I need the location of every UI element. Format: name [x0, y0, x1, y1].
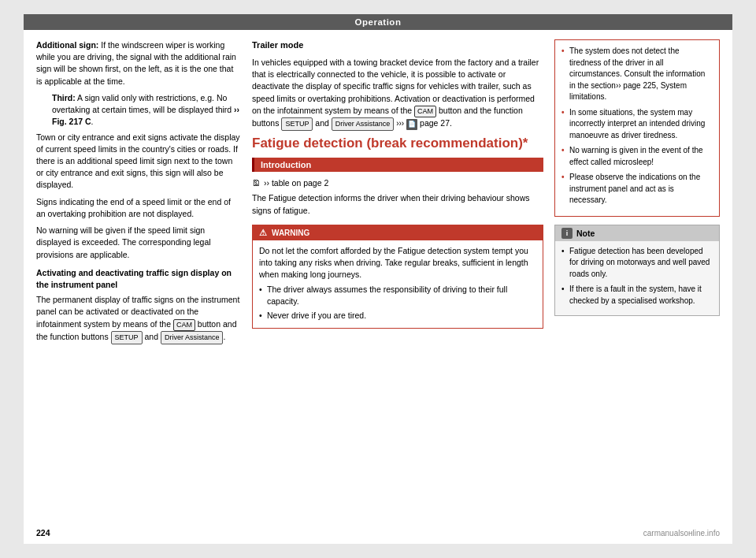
page: Operation Additional sign: If the windsc… — [24, 14, 732, 544]
table-ref: 🖻 ›› table on page 2 — [252, 178, 543, 188]
left-column: Additional sign: If the windscreen wiper… — [36, 39, 241, 533]
table-ref-text: ›› table on page 2 — [264, 178, 328, 188]
red-box: The system does not detect the tiredness… — [554, 39, 720, 217]
driver-assist-mid-btn: Driver Assistance — [332, 117, 395, 131]
note-bullets: Fatigue detection has been developed for… — [561, 246, 713, 307]
warning-box: WARNING Do not let the comfort afforded … — [252, 225, 543, 329]
activating-heading: Activating and deactivating traffic sign… — [36, 267, 241, 291]
cam-mid-btn: CAM — [414, 106, 436, 117]
trailer-mode-text: In vehicles equipped with a towing brack… — [252, 57, 543, 131]
page-number: 224 — [36, 528, 50, 538]
note-box: i Note Fatigue detection has been develo… — [554, 225, 720, 317]
warning-header: WARNING — [253, 225, 543, 240]
setup-button-ref: SETUP — [111, 331, 143, 344]
signs-end-para: Signs indicating the end of a speed limi… — [36, 196, 241, 220]
red-bullet-3: No warning is given in the event of the … — [561, 145, 713, 168]
red-bullet-1: The system does not detect the tiredness… — [561, 46, 713, 103]
driver-assist-button-ref: Driver Assistance — [161, 331, 224, 344]
note-body: Fatigue detection has been developed for… — [555, 241, 719, 316]
additional-sign-para: Additional sign: If the windscreen wiper… — [36, 39, 241, 87]
content-area: Additional sign: If the windscreen wiper… — [24, 30, 732, 539]
third-para: Third: A sign valid only with restrictio… — [36, 92, 241, 128]
warning-bullet-2: Never drive if you are tired. — [259, 310, 536, 322]
section-title: Fatigue detection (break recommendation)… — [252, 136, 543, 151]
info-icon: i — [561, 228, 573, 239]
setup-mid-btn: SETUP — [281, 117, 313, 131]
note-bullet-2: If there is a fault in the system, have … — [561, 284, 713, 307]
note-header: i Note — [555, 225, 719, 241]
watermark: carmanualsонline.info — [643, 529, 720, 538]
town-city-para: Town or city entrance and exit signs act… — [36, 132, 241, 192]
right-column: The system does not detect the tiredness… — [554, 39, 720, 533]
header-bar: Operation — [24, 14, 732, 30]
subsection-bar: Introduction — [252, 158, 543, 172]
middle-column: Trailer mode In vehicles equipped with a… — [252, 39, 543, 533]
warning-bullet-1: The driver always assumes the responsibi… — [259, 284, 536, 307]
no-warning-para: No warning will be given if the speed li… — [36, 225, 241, 261]
red-box-bullets: The system does not detect the tiredness… — [561, 46, 713, 206]
warning-bullets: The driver always assumes the responsibi… — [259, 284, 536, 321]
warning-label: WARNING — [272, 229, 309, 237]
warning-main-text: Do not let the comfort afforded by the F… — [259, 245, 536, 281]
page-ref-icon: 📄 — [406, 119, 417, 130]
table-arrow: 🖻 — [252, 178, 261, 188]
subsection-label: Introduction — [261, 160, 311, 169]
header-title: Operation — [355, 17, 402, 27]
note-label: Note — [576, 229, 595, 238]
detection-text: The Fatigue detection informs the driver… — [252, 192, 543, 216]
cam-button-ref: CAM — [173, 319, 195, 331]
red-box-body: The system does not detect the tiredness… — [555, 40, 719, 216]
activating-text-para: The permanent display of traffic signs o… — [36, 294, 241, 344]
red-bullet-2: In some situations, the system may incor… — [561, 107, 713, 142]
trailer-mode-title: Trailer mode — [252, 39, 543, 52]
warning-body: Do not let the comfort afforded by the F… — [253, 240, 543, 329]
note-bullet-1: Fatigue detection has been developed for… — [561, 246, 713, 281]
red-bullet-4: Please observe the indications on the in… — [561, 172, 713, 206]
